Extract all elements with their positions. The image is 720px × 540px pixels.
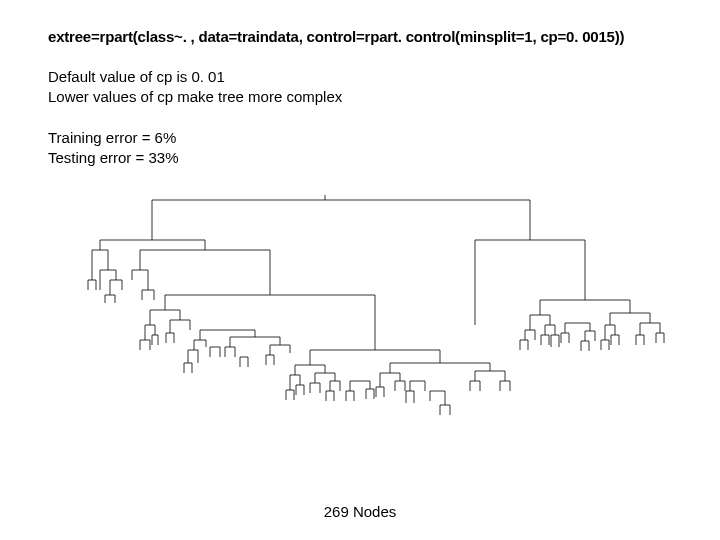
tree-diagram (80, 195, 670, 475)
errors-block: Training error = 6% Testing error = 33% (48, 128, 672, 169)
node-count-label: 269 Nodes (0, 503, 720, 520)
cp-info-block: Default value of cp is 0. 01 Lower value… (48, 67, 672, 108)
training-error-text: Training error = 6% (48, 128, 672, 148)
lower-cp-text: Lower values of cp make tree more comple… (48, 87, 672, 107)
dendrogram-svg (80, 195, 670, 475)
testing-error-text: Testing error = 33% (48, 148, 672, 168)
default-cp-text: Default value of cp is 0. 01 (48, 67, 672, 87)
code-expression: extree=rpart(class~. , data=traindata, c… (48, 28, 672, 45)
